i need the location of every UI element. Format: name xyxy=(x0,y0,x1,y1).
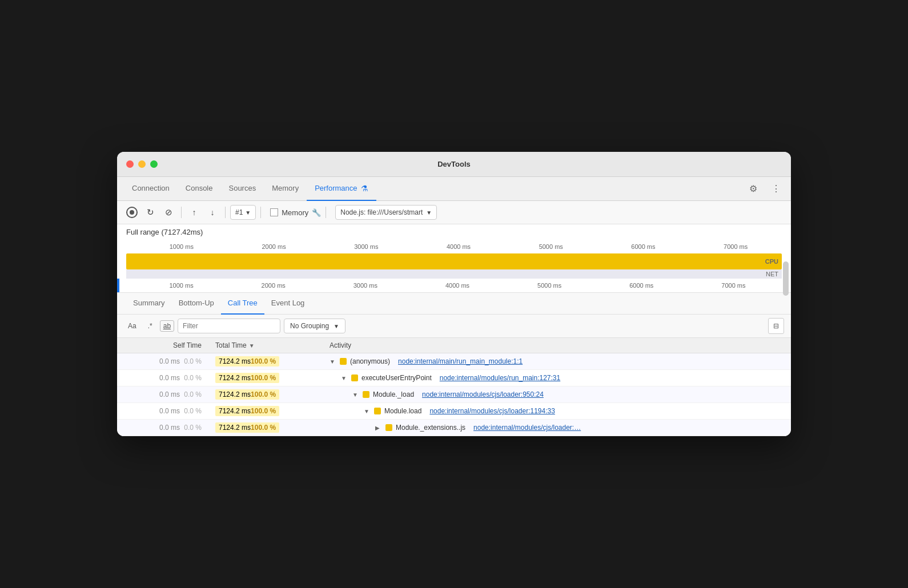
net-label: NET xyxy=(766,271,778,277)
tab-console[interactable]: Console xyxy=(178,177,221,201)
tab-summary[interactable]: Summary xyxy=(126,293,172,315)
chevron-down-icon-2: ▼ xyxy=(426,210,432,216)
td-activity-5: ▶ Module._extensions..js node:internal/m… xyxy=(323,420,791,436)
tick-2000: 2000 ms xyxy=(228,243,320,250)
td-activity-1: ▼ (anonymous) node:internal/main/run_mai… xyxy=(323,353,791,370)
separator-1 xyxy=(181,207,182,218)
td-self-time-3: 0.0 ms 0.0 % xyxy=(117,386,208,403)
clear-button[interactable]: ⊘ xyxy=(160,204,176,220)
expand-icon-2[interactable]: ▼ xyxy=(341,375,348,381)
time-ruler-top: 1000 ms 2000 ms 3000 ms 4000 ms 5000 ms … xyxy=(117,240,791,253)
devtools-window: DevTools Connection Console Sources Memo… xyxy=(117,152,791,436)
panel-icon-button[interactable]: ⊟ xyxy=(768,318,784,334)
tabs-bar: Connection Console Sources Memory Perfor… xyxy=(117,177,791,201)
separator-4 xyxy=(326,207,326,218)
func-icon-5 xyxy=(385,424,392,431)
memory-checkbox[interactable] xyxy=(270,208,278,216)
td-total-time-1: 7124.2 ms100.0 % xyxy=(208,353,323,370)
expand-icon-3[interactable]: ▼ xyxy=(352,392,359,398)
memory-icon: 🔧 xyxy=(312,208,321,217)
minimize-button[interactable] xyxy=(138,160,146,168)
timeline-section: Full range (7127.42ms) 1000 ms 2000 ms 3… xyxy=(117,224,791,293)
func-name-2: executeUserEntryPoint xyxy=(361,374,432,382)
tab-event-log[interactable]: Event Log xyxy=(264,293,312,315)
table-row: 0.0 ms 0.0 % 7124.2 ms100.0 % ▼ (anonymo… xyxy=(117,353,791,370)
func-icon-1 xyxy=(340,358,347,365)
download-button[interactable]: ↓ xyxy=(204,204,220,220)
td-total-time-5: 7124.2 ms100.0 % xyxy=(208,420,323,436)
th-total-time[interactable]: Total Time ▼ xyxy=(208,338,323,353)
full-range-label: Full range (7127.42ms) xyxy=(117,224,791,240)
chevron-down-icon-3: ▼ xyxy=(334,323,339,329)
filter-right: ⊟ xyxy=(768,318,784,334)
separator-3 xyxy=(260,207,261,218)
reload-button[interactable]: ↻ xyxy=(142,204,158,220)
toolbar: ↻ ⊘ ↑ ↓ #1 ▼ Memory 🔧 Node.js: file:///U… xyxy=(117,201,791,224)
ruler-indicator xyxy=(117,279,119,292)
tab-bottom-up[interactable]: Bottom-Up xyxy=(172,293,221,315)
filter-input[interactable] xyxy=(178,319,280,333)
memory-checkbox-container[interactable]: Memory 🔧 xyxy=(270,208,321,217)
td-self-time-5: 0.0 ms 0.0 % xyxy=(117,420,208,436)
time-ruler-bottom: 1000 ms 2000 ms 3000 ms 4000 ms 5000 ms … xyxy=(117,279,791,292)
func-name-4: Module.load xyxy=(384,407,421,415)
expand-icon-1[interactable]: ▼ xyxy=(330,359,336,365)
tab-performance[interactable]: Performance ⚗ xyxy=(307,177,376,201)
filter-btn-aa[interactable]: Aa xyxy=(124,320,140,332)
close-button[interactable] xyxy=(126,160,134,168)
tick-b-2000: 2000 ms xyxy=(227,282,319,289)
scrollbar-thumb[interactable] xyxy=(783,261,789,296)
tick-1000: 1000 ms xyxy=(135,243,228,250)
filter-btn-regex[interactable]: .* xyxy=(144,320,156,332)
tab-call-tree[interactable]: Call Tree xyxy=(221,293,264,315)
tab-connection[interactable]: Connection xyxy=(124,177,178,201)
record-button[interactable] xyxy=(124,204,140,220)
node-selector[interactable]: Node.js: file:///Users/stmart ▼ xyxy=(335,205,437,220)
td-total-time-4: 7124.2 ms100.0 % xyxy=(208,403,323,420)
func-icon-3 xyxy=(363,391,369,398)
table-row: 0.0 ms 0.0 % 7124.2 ms100.0 % ▼ Module._… xyxy=(117,386,791,403)
td-activity-4: ▼ Module.load node:internal/modules/cjs/… xyxy=(323,403,791,420)
tick-b-5000: 5000 ms xyxy=(504,282,596,289)
td-total-time-2: 7124.2 ms100.0 % xyxy=(208,370,323,386)
tick-3000: 3000 ms xyxy=(320,243,412,250)
traffic-lights xyxy=(126,160,158,168)
func-link-3[interactable]: node:internal/modules/cjs/loader:950:24 xyxy=(422,390,544,398)
table-row: 0.0 ms 0.0 % 7124.2 ms100.0 % ▼ Module.l… xyxy=(117,403,791,420)
func-link-5[interactable]: node:internal/modules/cjs/loader:… xyxy=(473,424,581,432)
memory-label: Memory xyxy=(282,208,308,217)
table-row: 0.0 ms 0.0 % 7124.2 ms100.0 % ▶ Module._… xyxy=(117,420,791,436)
more-options-icon[interactable]: ⋮ xyxy=(768,181,784,197)
filter-btn-case[interactable]: ab xyxy=(160,320,174,332)
tick-7000: 7000 ms xyxy=(689,243,782,250)
tick-4000: 4000 ms xyxy=(412,243,505,250)
td-total-time-3: 7124.2 ms100.0 % xyxy=(208,386,323,403)
upload-button[interactable]: ↑ xyxy=(186,204,202,220)
bottom-tabs: Summary Bottom-Up Call Tree Event Log xyxy=(117,293,791,315)
node-selector-label: Node.js: file:///Users/stmart xyxy=(340,208,423,216)
func-link-4[interactable]: node:internal/modules/cjs/loader:1194:33 xyxy=(429,407,555,415)
settings-icon[interactable]: ⚙ xyxy=(745,181,761,197)
tab-memory[interactable]: Memory xyxy=(264,177,307,201)
maximize-button[interactable] xyxy=(150,160,158,168)
func-link-2[interactable]: node:internal/modules/run_main:127:31 xyxy=(440,374,560,382)
cpu-bar: CPU xyxy=(126,253,782,269)
call-tree-table: Self Time Total Time ▼ Activity xyxy=(117,338,791,436)
filter-bar: Aa .* ab No Grouping ▼ ⊟ xyxy=(117,315,791,338)
sort-icon: ▼ xyxy=(249,343,255,349)
th-self-time[interactable]: Self Time xyxy=(117,338,208,353)
td-activity-3: ▼ Module._load node:internal/modules/cjs… xyxy=(323,386,791,403)
func-link-1[interactable]: node:internal/main/run_main_module:1:1 xyxy=(398,357,523,365)
func-name-3: Module._load xyxy=(373,390,414,398)
tab-sources[interactable]: Sources xyxy=(220,177,264,201)
expand-icon-4[interactable]: ▼ xyxy=(364,408,371,414)
tick-b-6000: 6000 ms xyxy=(596,282,688,289)
tick-b-7000: 7000 ms xyxy=(688,282,780,289)
th-activity[interactable]: Activity xyxy=(323,338,791,353)
grouping-selector[interactable]: No Grouping ▼ xyxy=(284,319,345,333)
cpu-label: CPU xyxy=(765,258,778,265)
func-name-1: (anonymous) xyxy=(350,357,390,365)
session-selector[interactable]: #1 ▼ xyxy=(230,205,256,220)
tick-b-1000: 1000 ms xyxy=(135,282,227,289)
expand-icon-5[interactable]: ▶ xyxy=(375,425,382,431)
